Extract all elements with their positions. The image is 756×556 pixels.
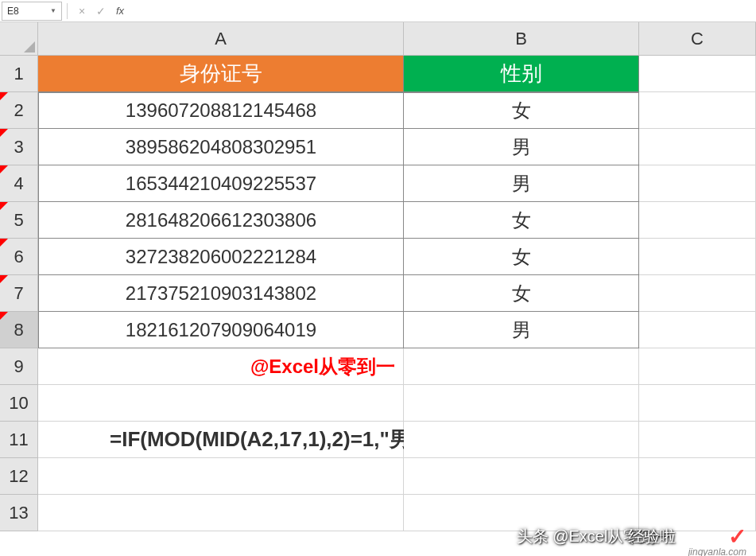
row-header-13[interactable]: 13 bbox=[0, 495, 38, 531]
cell-id[interactable]: 139607208812145468 bbox=[38, 92, 404, 129]
comment-indicator-icon bbox=[0, 275, 8, 283]
cell-id[interactable]: 165344210409225537 bbox=[38, 165, 404, 202]
row-header-11[interactable]: 11 bbox=[0, 422, 38, 458]
comment-indicator-icon bbox=[0, 129, 8, 137]
row-header-2[interactable]: 2 bbox=[0, 92, 38, 129]
formula-input[interactable] bbox=[130, 2, 756, 20]
comment-indicator-icon bbox=[0, 92, 8, 100]
table-header-gender[interactable]: 性别 bbox=[404, 56, 639, 92]
cell-gender[interactable]: 男 bbox=[404, 129, 639, 165]
row-header-1[interactable]: 1 bbox=[0, 56, 38, 92]
cell-gender[interactable]: 女 bbox=[404, 275, 639, 312]
select-all-corner[interactable] bbox=[0, 22, 38, 56]
cell-empty[interactable] bbox=[639, 202, 756, 239]
spreadsheet-grid: A B C 1 2 3 4 5 6 7 8 9 10 11 12 13 bbox=[0, 22, 756, 556]
separator bbox=[67, 3, 68, 19]
cell-empty[interactable] bbox=[639, 312, 756, 348]
checkmark-icon: ✓ bbox=[728, 523, 746, 550]
cell-empty[interactable] bbox=[639, 422, 756, 458]
cell-empty[interactable] bbox=[639, 458, 756, 495]
column-header-B[interactable]: B bbox=[404, 22, 639, 56]
cell-id[interactable]: 281648206612303806 bbox=[38, 202, 404, 239]
row-header-12[interactable]: 12 bbox=[0, 458, 38, 495]
cell-empty[interactable] bbox=[639, 239, 756, 275]
column-header-C[interactable]: C bbox=[639, 22, 756, 56]
watermark-text: 头条 @Excel从零到一 经验啦 bbox=[517, 526, 723, 547]
cell-gender[interactable]: 女 bbox=[404, 202, 639, 239]
row-header-8[interactable]: 8 bbox=[0, 312, 38, 348]
row-header-6[interactable]: 6 bbox=[0, 239, 38, 275]
cell-gender[interactable]: 男 bbox=[404, 165, 639, 202]
comment-indicator-icon bbox=[0, 239, 8, 247]
cell-gender[interactable]: 女 bbox=[404, 92, 639, 129]
row-headers: 1 2 3 4 5 6 7 8 9 10 11 12 13 bbox=[0, 56, 38, 531]
cell-id[interactable]: 182161207909064019 bbox=[38, 312, 404, 348]
cell-empty[interactable] bbox=[38, 495, 404, 531]
fx-icon[interactable]: fx bbox=[110, 2, 130, 20]
cell-empty[interactable] bbox=[38, 458, 404, 495]
credit-text[interactable]: @Excel从零到一 bbox=[38, 348, 404, 385]
comment-indicator-icon bbox=[0, 202, 8, 210]
cell-id[interactable]: 327238206002221284 bbox=[38, 239, 404, 275]
watermark: 头条 @Excel从零到一 经验啦 ✓ bbox=[517, 523, 746, 550]
table-header-id[interactable]: 身份证号 bbox=[38, 56, 404, 92]
row-header-7[interactable]: 7 bbox=[0, 275, 38, 312]
cells-container: 身份证号 性别 139607208812145468 女 38958620480… bbox=[38, 56, 756, 531]
cell-gender[interactable]: 女 bbox=[404, 239, 639, 275]
formula-example[interactable]: =IF(MOD(MID(A2,17,1),2)=1,"男","女") bbox=[38, 422, 404, 458]
cell-empty[interactable] bbox=[639, 385, 756, 422]
row-header-5[interactable]: 5 bbox=[0, 202, 38, 239]
cell-empty[interactable] bbox=[404, 348, 639, 385]
row-header-10[interactable]: 10 bbox=[0, 385, 38, 422]
cell-empty[interactable] bbox=[404, 458, 639, 495]
dropdown-icon[interactable]: ▼ bbox=[50, 7, 56, 14]
cell-empty[interactable] bbox=[639, 275, 756, 312]
name-box-value: E8 bbox=[7, 6, 19, 17]
column-headers: A B C bbox=[38, 22, 756, 56]
row-header-4[interactable]: 4 bbox=[0, 165, 38, 202]
row-header-9[interactable]: 9 bbox=[0, 348, 38, 385]
cell-empty[interactable] bbox=[639, 129, 756, 165]
formula-bar: E8 ▼ × ✓ fx bbox=[0, 0, 756, 22]
cell-empty[interactable] bbox=[639, 165, 756, 202]
cell-empty[interactable] bbox=[639, 92, 756, 129]
comment-indicator-icon bbox=[0, 312, 8, 320]
cell-id[interactable]: 217375210903143802 bbox=[38, 275, 404, 312]
cell-gender[interactable]: 男 bbox=[404, 312, 639, 348]
enter-icon[interactable]: ✓ bbox=[91, 2, 110, 20]
cell-C1[interactable] bbox=[639, 56, 756, 92]
cell-empty[interactable] bbox=[404, 422, 639, 458]
comment-indicator-icon bbox=[0, 165, 8, 173]
name-box[interactable]: E8 ▼ bbox=[2, 2, 62, 21]
cell-empty[interactable] bbox=[404, 385, 639, 422]
cell-empty[interactable] bbox=[639, 348, 756, 385]
cell-empty[interactable] bbox=[38, 385, 404, 422]
column-header-A[interactable]: A bbox=[38, 22, 404, 56]
cancel-icon[interactable]: × bbox=[72, 2, 91, 20]
cell-id[interactable]: 389586204808302951 bbox=[38, 129, 404, 165]
row-header-3[interactable]: 3 bbox=[0, 129, 38, 165]
